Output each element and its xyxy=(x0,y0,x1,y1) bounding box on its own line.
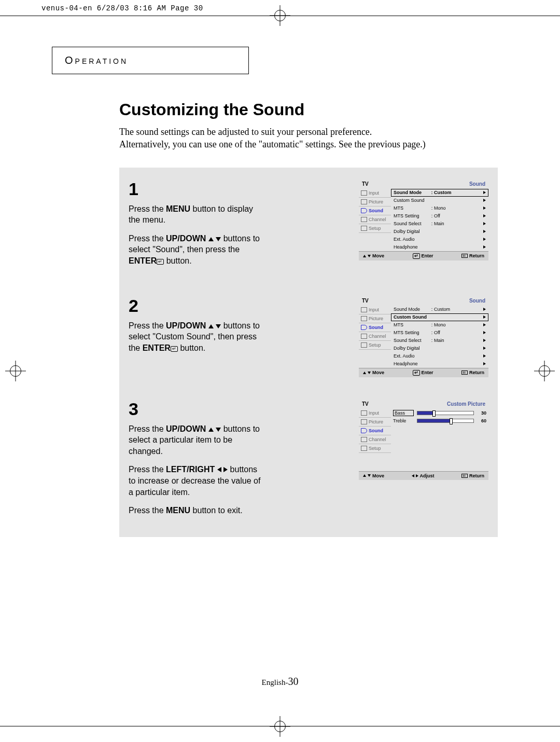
osd-menu-row: MTS:Mono xyxy=(391,204,488,212)
sound-icon xyxy=(361,208,367,213)
right-triangle-icon xyxy=(483,339,486,342)
osd-side-item: Channel xyxy=(359,215,391,224)
step-number: 1 xyxy=(129,179,263,199)
right-triangle-icon xyxy=(483,222,486,225)
right-triangle-icon xyxy=(483,207,486,210)
osd-menu-row: Ext. Audio xyxy=(391,352,488,360)
channel-icon xyxy=(361,334,367,339)
osd-side-item: Setup xyxy=(359,341,391,350)
left-triangle-icon xyxy=(412,474,414,477)
right-triangle-icon xyxy=(483,362,486,365)
right-triangle-icon xyxy=(483,238,486,241)
osd-title: Sound xyxy=(469,298,485,304)
step-2: 2 Press the UP/DOWN buttons to select "C… xyxy=(129,296,488,377)
osd-menu-row: Dolby Digital xyxy=(391,228,488,236)
osd-menu-row: Sound Select:Main xyxy=(391,337,488,345)
osd-menu-row: Sound Select:Main xyxy=(391,220,488,228)
right-triangle-icon xyxy=(483,354,486,358)
enter-icon: ↵ xyxy=(157,259,164,265)
osd-tv-label: TV xyxy=(362,181,369,187)
registration-mark-top xyxy=(270,5,290,26)
osd-menu-row: MTS:Mono xyxy=(391,321,488,329)
down-triangle-icon xyxy=(368,372,371,374)
osd-side-item: Sound xyxy=(359,427,391,435)
osd-tv-label: TV xyxy=(362,401,369,407)
step-3: 3 Press the UP/DOWN buttons to select a … xyxy=(129,399,488,524)
step-number: 2 xyxy=(129,296,263,316)
slider-knob xyxy=(432,410,436,417)
osd-menu-row: MTS Setting:Off xyxy=(391,212,488,220)
osd-side-item: Setup xyxy=(359,224,391,233)
down-triangle-icon xyxy=(368,474,371,477)
print-slug: venus-04-en 6/28/03 8:16 AM Page 30 xyxy=(41,4,203,12)
up-triangle-icon xyxy=(363,474,366,477)
osd-menu-row: Headphone xyxy=(391,360,488,368)
picture-icon xyxy=(361,419,367,424)
return-icon xyxy=(461,370,468,375)
osd-side-item: Picture xyxy=(359,418,391,427)
osd-menu-row: Custom Sound xyxy=(391,313,488,321)
section-box: Operation xyxy=(52,47,249,74)
page-footer: English-30 xyxy=(31,676,529,688)
osd-side-item: Picture xyxy=(359,198,391,207)
osd-side-item: Sound xyxy=(359,323,391,332)
right-triangle-icon xyxy=(483,199,486,202)
right-triangle-icon xyxy=(483,347,486,350)
osd-title: Sound xyxy=(469,181,485,187)
channel-icon xyxy=(361,217,367,222)
osd-side-item: Input xyxy=(359,306,391,314)
osd-menu-row: Sound Mode:Custom xyxy=(391,189,488,197)
sound-icon xyxy=(361,325,367,330)
right-triangle-icon xyxy=(483,308,486,311)
osd-screenshot-2: TVSoundInputPictureSoundChannelSetupSoun… xyxy=(359,296,488,377)
right-triangle-icon xyxy=(483,214,486,217)
input-icon xyxy=(361,410,367,416)
osd-menu-row: Custom Sound xyxy=(391,197,488,204)
return-icon xyxy=(461,254,468,258)
picture-icon xyxy=(361,199,367,204)
right-triangle-icon xyxy=(483,315,486,319)
channel-icon xyxy=(361,437,367,442)
osd-side-item: Sound xyxy=(359,207,391,215)
up-triangle-icon xyxy=(363,372,366,374)
osd-tv-label: TV xyxy=(362,298,369,304)
osd-title: Custom Picture xyxy=(447,401,485,407)
osd-side-item: Setup xyxy=(359,444,391,453)
right-triangle-icon xyxy=(483,331,486,334)
step-1: 1 Press the MENU button to display the m… xyxy=(129,179,488,274)
enter-icon: ↵ xyxy=(413,370,420,376)
setup-icon xyxy=(361,446,367,451)
down-triangle-icon xyxy=(216,237,221,241)
page-title: Customizing the Sound xyxy=(119,100,498,119)
sound-icon xyxy=(361,428,367,433)
return-icon xyxy=(461,474,468,478)
osd-screenshot-3: TVCustom PictureInputPictureSoundChannel… xyxy=(359,399,488,480)
right-triangle-icon xyxy=(483,323,486,326)
osd-screenshot-1: TVSoundInputPictureSoundChannelSetupSoun… xyxy=(359,179,488,260)
left-triangle-icon xyxy=(217,467,221,472)
osd-menu-row: Dolby Digital xyxy=(391,345,488,352)
osd-slider-row: Treble60 xyxy=(391,417,488,424)
down-triangle-icon xyxy=(368,255,371,257)
osd-side-item: Input xyxy=(359,409,391,418)
osd-menu-row: Headphone xyxy=(391,243,488,251)
right-triangle-icon xyxy=(483,245,486,249)
up-triangle-icon xyxy=(208,428,214,432)
step-instructions: Press the UP/DOWN buttons to select "Cus… xyxy=(129,320,263,354)
page-content: Customizing the Sound The sound settings… xyxy=(119,100,498,537)
right-triangle-icon xyxy=(223,467,228,472)
right-triangle-icon xyxy=(416,474,418,477)
osd-menu-row: Ext. Audio xyxy=(391,236,488,243)
section-title: Operation xyxy=(65,54,128,66)
registration-mark-right xyxy=(534,361,555,381)
osd-side-item: Channel xyxy=(359,435,391,444)
slider-track xyxy=(417,419,474,423)
step-number: 3 xyxy=(129,399,263,419)
page-frame: Operation Customizing the Sound The soun… xyxy=(31,31,529,711)
lead-text: The sound settings can be adjusted to su… xyxy=(119,126,498,151)
steps-panel: 1 Press the MENU button to display the m… xyxy=(119,168,498,537)
registration-mark-bottom xyxy=(270,716,290,737)
osd-slider-row: Bass30 xyxy=(391,409,488,417)
osd-menu-row: MTS Setting:Off xyxy=(391,329,488,337)
right-triangle-icon xyxy=(483,230,486,233)
